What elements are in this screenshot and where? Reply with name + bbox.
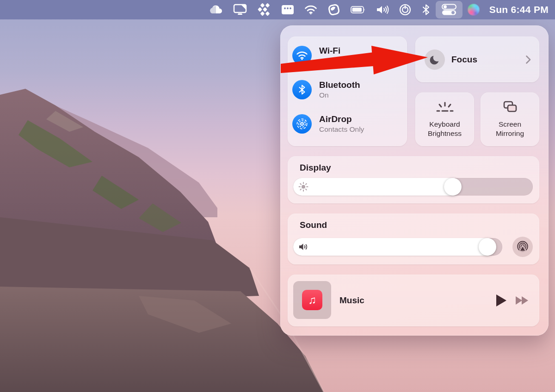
menu-bar-clock[interactable]: Sun 6:44 PM [485,4,549,15]
screen-mirroring-label-line1: Screen [496,120,524,129]
volume-menu-icon[interactable] [371,1,394,18]
keyboard-brightness-label-line1: Keyboard [428,120,462,129]
wifi-row[interactable]: Wi-Fi [288,41,407,70]
wifi-icon[interactable] [292,46,312,65]
play-button[interactable] [496,294,507,307]
cloud-icon[interactable] [204,1,228,18]
keyboard-brightness-label-line2: Brightness [428,129,462,138]
sound-slider-fill [293,238,496,256]
screen-mirroring-label-line2: Mirroring [496,129,524,138]
music-artwork: ♫ [293,281,331,319]
airdrop-status: Contacts Only [319,125,364,134]
airdrop-label: AirDrop [319,114,364,125]
speaker-icon [298,242,308,252]
focus-label: Focus [451,55,525,65]
control-center-icon[interactable] [436,1,462,18]
brightness-sun-icon [298,182,308,192]
airdrop-icon[interactable] [292,114,312,134]
airdrop-row[interactable]: AirDrop Contacts Only [288,110,407,138]
bluetooth-status: On [319,91,360,100]
battery-icon[interactable] [345,1,371,18]
chevron-right-icon[interactable] [525,55,531,64]
power-ring-icon[interactable] [394,1,416,18]
sound-label: Sound [300,220,327,230]
wifi-status [319,56,340,66]
keyboard-brightness-tile[interactable]: Keyboard Brightness [415,92,474,146]
sound-volume-slider[interactable] [293,238,502,256]
menubar-window-icon[interactable] [276,1,299,18]
music-app-icon: ♫ [302,290,322,310]
display-brightness-slider[interactable] [293,178,533,196]
music-title: Music [339,275,364,326]
app-glyph-icon[interactable] [322,1,345,18]
bluetooth-icon[interactable] [292,80,312,99]
menu-bar: Sun 6:44 PM [0,0,555,19]
display-card: Display [288,156,539,203]
screen-mirroring-tile[interactable]: Screen Mirroring [481,92,539,146]
fast-forward-button[interactable] [515,296,529,305]
diamond-grid-icon[interactable] [252,1,276,18]
airplay-audio-button[interactable] [512,237,533,257]
display-slider-fill [293,178,461,196]
connectivity-card: Wi-Fi Bluetooth On [288,37,407,146]
display-label: Display [300,163,331,173]
wifi-label: Wi-Fi [319,45,340,56]
music-card: ♫ Music [288,275,539,326]
sound-slider-knob[interactable] [479,238,496,256]
siri-icon[interactable] [462,1,485,18]
sound-card: Sound [288,214,539,264]
focus-tile[interactable]: Focus [415,37,539,82]
screen-mirroring-icon [502,100,518,115]
bluetooth-label: Bluetooth [319,80,360,91]
bluetooth-menu-icon[interactable] [416,1,436,18]
bluetooth-row[interactable]: Bluetooth On [288,75,407,104]
control-center-panel: Wi-Fi Bluetooth On [280,25,549,336]
sidecar-display-icon[interactable] [228,1,252,18]
display-slider-knob[interactable] [444,178,462,196]
focus-moon-icon[interactable] [425,49,445,70]
keyboard-brightness-icon [436,100,454,115]
wifi-menu-icon[interactable] [299,1,322,18]
